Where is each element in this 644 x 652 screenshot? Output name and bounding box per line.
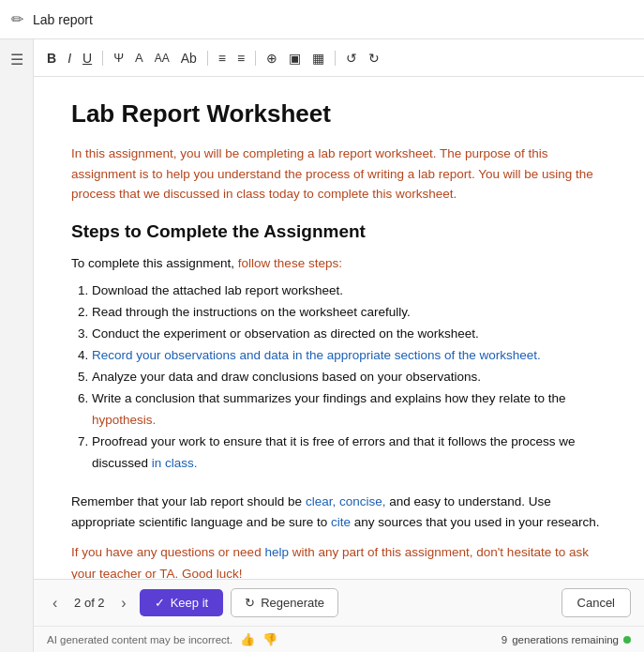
list-item: Write a conclusion that summarizes your … [92,388,607,432]
thumbdown-icon[interactable]: 👎 [262,632,277,646]
page-indicator: 2 of 2 [70,596,108,610]
prev-button[interactable]: ‹ [47,591,63,615]
list-item: Read through the instructions on the wor… [92,302,607,324]
numbering-button[interactable]: ≡ [233,49,248,68]
list-item: Record your observations and data in the… [92,345,607,367]
thumbup-icon[interactable]: 👍 [240,632,255,646]
keep-checkmark-icon: ✓ [155,596,165,610]
highlight-button[interactable]: Ab [177,49,201,68]
cancel-button[interactable]: Cancel [562,588,631,617]
generations-label: generations remaining [512,634,619,645]
separator-4 [335,51,336,66]
steps-list: Download the attached lab report workshe… [71,281,607,474]
steps-intro-black: To complete this assignment, [71,256,238,270]
toolbar: B I U Ψ A AA Ab ≡ ≡ ⊕ ▣ ▦ ↺ ↻ [34,39,644,77]
separator-1 [102,51,103,66]
menu-icon[interactable]: ☰ [10,51,23,68]
remember-paragraph: Remember that your lab report should be … [71,492,607,534]
intro-paragraph: In this assignment, you will be completi… [71,144,607,205]
link-button[interactable]: ⊕ [262,49,281,68]
steps-intro-orange: follow these steps: [238,256,342,270]
steps-intro: To complete this assignment, follow thes… [71,253,607,274]
top-bar: ✏ Lab report [0,0,644,39]
doc-content: Lab Report Worksheet In this assignment,… [34,77,644,579]
regenerate-icon: ↻ [245,596,255,610]
strikethrough-button[interactable]: Ψ [110,49,127,67]
generations-count: 9 [502,634,507,645]
separator-2 [207,51,208,66]
image-button[interactable]: ▣ [285,49,305,68]
document-title-bar: Lab report [33,12,93,27]
main-wrapper: ☰ B I U Ψ A AA Ab ≡ ≡ ⊕ ▣ ▦ ↺ ↻ Lab Repo… [0,39,644,652]
editor-wrapper: B I U Ψ A AA Ab ≡ ≡ ⊕ ▣ ▦ ↺ ↻ Lab Report… [34,39,644,652]
ai-disclaimer: AI generated content may be incorrect. 👍… [47,632,277,646]
final-paragraph: If you have any questions or need help w… [71,542,607,579]
next-button[interactable]: › [115,591,131,615]
regenerate-label: Regenerate [261,596,324,610]
redo-button[interactable]: ↻ [365,49,383,68]
keep-label: Keep it [171,596,208,610]
font-color-button[interactable]: A [131,49,147,67]
generations-remaining: 9 generations remaining [502,634,631,645]
steps-heading: Steps to Complete the Assignment [71,221,607,242]
italic-button[interactable]: I [64,49,75,68]
disclaimer-text: AI generated content may be incorrect. [47,634,232,645]
keep-button[interactable]: ✓ Keep it [140,589,223,616]
edit-icon: ✏ [11,10,23,28]
status-dot [623,636,631,644]
list-item: Proofread your work to ensure that it is… [92,432,607,475]
font-size-button[interactable]: AA [151,50,173,67]
list-item: Analyze your data and draw conclusions b… [92,367,607,388]
table-button[interactable]: ▦ [308,49,328,68]
bold-button[interactable]: B [43,49,60,68]
list-item: Conduct the experiment or observation as… [92,324,607,345]
bottom-bar: ‹ 2 of 2 › ✓ Keep it ↻ Regenerate Cancel [34,579,644,626]
sidebar: ☰ [0,39,34,652]
underline-button[interactable]: U [79,49,96,68]
doc-main-title: Lab Report Worksheet [71,99,607,129]
undo-button[interactable]: ↺ [342,49,361,68]
footer-bar: AI generated content may be incorrect. 👍… [34,626,644,652]
regenerate-button[interactable]: ↻ Regenerate [231,588,338,617]
separator-3 [255,51,256,66]
list-item: Download the attached lab report workshe… [92,281,607,302]
bullets-button[interactable]: ≡ [215,49,230,68]
